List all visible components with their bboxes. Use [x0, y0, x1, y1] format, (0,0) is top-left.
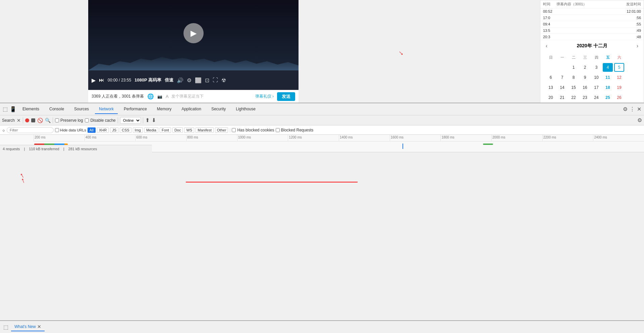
request-count: 4 requests: [3, 147, 20, 151]
devtools-close-icon[interactable]: ✕: [637, 106, 641, 112]
devtools-panel: ⬚ 📱 Elements Console Sources Network Per…: [0, 103, 644, 152]
list-item: 20:3 :48: [540, 34, 644, 40]
annotation-underline: [186, 182, 358, 182]
hide-data-urls-label: Hide data URLs: [55, 128, 86, 132]
blocked-requests-label: Blocked Requests: [276, 128, 314, 132]
throttle-select[interactable]: Online: [120, 117, 141, 124]
whats-new-tab[interactable]: What's New ✕: [11, 323, 45, 331]
cal-mon: 一: [557, 53, 567, 62]
preserve-log-checkbox[interactable]: [55, 118, 59, 122]
resource-size: 281 kB resources: [68, 147, 97, 151]
upload-icon[interactable]: ⬆: [145, 117, 150, 123]
filter-other[interactable]: Other: [215, 127, 228, 133]
list-item: 17:0 :56: [540, 15, 644, 21]
devtools-tab-bar: ⬚ 📱 Elements Console Sources Network Per…: [0, 103, 644, 115]
record-button[interactable]: [25, 118, 29, 122]
tab-security[interactable]: Security: [207, 105, 230, 114]
tab-lighthouse[interactable]: Lighthouse: [232, 105, 260, 114]
danmaku-col-content: 弹幕内容（3001）: [556, 2, 614, 7]
record-stop-button[interactable]: [31, 118, 35, 122]
cal-tue: 二: [569, 53, 579, 62]
calendar-week-2: 6 7 8 9 10 11 12: [546, 73, 638, 82]
has-blocked-cookies-checkbox[interactable]: [232, 128, 236, 132]
devtools-search-bar: Search ✕ 🚫 🔍 Preserve log Disable cache …: [0, 115, 644, 125]
video-player: ▶ ▶ ⏭ 00:00 / 23:55 1080P 高码率 倍速 🔊 ⚙ ⬜ ⊡…: [88, 0, 299, 90]
globe-icon: 🌐: [147, 93, 154, 100]
danmaku-icon[interactable]: ☢: [221, 77, 226, 84]
cal-wed: 三: [580, 53, 590, 62]
fullscreen-icon[interactable]: ⛶: [213, 77, 218, 83]
filter-media[interactable]: Media: [144, 127, 158, 133]
search-icon[interactable]: 🔍: [45, 118, 51, 123]
calendar-week-4: 20 21 22 23 24 25 26: [546, 93, 638, 102]
theater-icon[interactable]: ⬜: [195, 77, 202, 84]
filter-input[interactable]: [7, 127, 54, 133]
filter-doc[interactable]: Doc: [172, 127, 183, 133]
video-display: ▶: [88, 0, 299, 70]
filter-img[interactable]: Img: [133, 127, 143, 133]
quality-badge[interactable]: 1080P 高码率: [135, 77, 161, 83]
cal-today[interactable]: 4: [603, 63, 613, 72]
viewer-count: 3369 人正在看，3001 条弹幕: [92, 94, 144, 99]
search-close-icon[interactable]: ✕: [17, 118, 21, 123]
disable-cache-checkbox[interactable]: [85, 118, 89, 122]
inspect-icon[interactable]: ⬚: [3, 106, 8, 112]
whats-new-label: What's New: [14, 324, 36, 329]
cal-sat: 六: [614, 53, 624, 62]
danmaku-col-send: 发送时间: [614, 2, 641, 7]
send-placeholder: 发个弹幕见证当下: [171, 94, 204, 99]
play-button-overlay[interactable]: ▶: [183, 23, 204, 43]
annotation-arrow-2: →: [395, 47, 407, 59]
network-settings-icon[interactable]: ⚙: [637, 117, 642, 123]
tab-network[interactable]: Network: [95, 105, 118, 114]
tab-console[interactable]: Console: [45, 105, 68, 114]
annotation-arrow-3: ↑: [20, 176, 26, 185]
whats-new-close[interactable]: ✕: [37, 324, 41, 329]
volume-icon[interactable]: 🔊: [177, 77, 183, 84]
speed-badge[interactable]: 倍速: [165, 77, 173, 83]
tab-sources[interactable]: Sources: [70, 105, 93, 114]
device-icon[interactable]: 📱: [10, 106, 16, 112]
filter-js[interactable]: JS: [110, 127, 118, 133]
screenshot-icon: 📷: [157, 94, 162, 99]
devtools-more-icon[interactable]: ⋮: [630, 106, 635, 112]
cal-thu: 四: [591, 53, 601, 62]
devtools-filter-bar: ⬦ Hide data URLs All XHR JS CSS Img Medi…: [0, 125, 644, 135]
calendar-prev[interactable]: ‹: [546, 43, 547, 49]
tab-memory[interactable]: Memory: [153, 105, 175, 114]
filter-manifest[interactable]: Manifest: [196, 127, 214, 133]
calendar-next[interactable]: ›: [637, 43, 638, 49]
calendar-week-3: 13 14 15 16 17 18 19: [546, 83, 638, 92]
timeline-ruler: 200 ms 400 ms 600 ms 800 ms 1000 ms 1200…: [34, 135, 644, 142]
hide-data-urls-checkbox[interactable]: [55, 128, 59, 132]
settings-video-icon[interactable]: ⚙: [187, 77, 192, 84]
danmaku-col-time: 时间: [543, 2, 556, 7]
filter-xhr[interactable]: XHR: [97, 127, 109, 133]
preserve-log-label: Preserve log: [55, 118, 83, 123]
console-icon[interactable]: ⬚: [3, 324, 8, 330]
tab-performance[interactable]: Performance: [120, 105, 151, 114]
next-icon[interactable]: ⏭: [99, 77, 104, 83]
filter-ws[interactable]: WS: [184, 127, 194, 133]
status-bar: 4 requests | 110 kB transferred | 281 kB…: [0, 145, 152, 152]
has-blocked-cookies-label: Has blocked cookies: [232, 128, 274, 132]
play-icon[interactable]: ▶: [92, 77, 96, 84]
bottom-strip: ⬚ What's New ✕: [0, 320, 644, 333]
cal-selected[interactable]: 5: [614, 63, 624, 72]
filter-icon[interactable]: 🚫: [37, 118, 43, 123]
fullscreen-web-icon[interactable]: ⊡: [205, 77, 209, 84]
video-controls: ▶ ⏭ 00:00 / 23:55 1080P 高码率 倍速 🔊 ⚙ ⬜ ⊡ ⛶…: [88, 70, 299, 90]
filter-funnel-icon[interactable]: ⬦: [2, 127, 5, 133]
filter-font[interactable]: Font: [160, 127, 171, 133]
send-button[interactable]: 发送: [277, 92, 295, 101]
cal-sun: 日: [546, 53, 556, 62]
tab-elements[interactable]: Elements: [18, 105, 43, 114]
filter-css[interactable]: CSS: [120, 127, 131, 133]
calendar-header-row: 日 一 二 三 四 五 六: [546, 53, 638, 62]
tab-application[interactable]: Application: [177, 105, 205, 114]
danmaku-ceremony[interactable]: 弹幕礼仪 ›: [255, 94, 274, 99]
blocked-requests-checkbox[interactable]: [276, 128, 280, 132]
filter-all[interactable]: All: [88, 127, 96, 133]
devtools-settings-icon[interactable]: ⚙: [623, 106, 628, 112]
download-icon[interactable]: ⬇: [152, 117, 156, 123]
